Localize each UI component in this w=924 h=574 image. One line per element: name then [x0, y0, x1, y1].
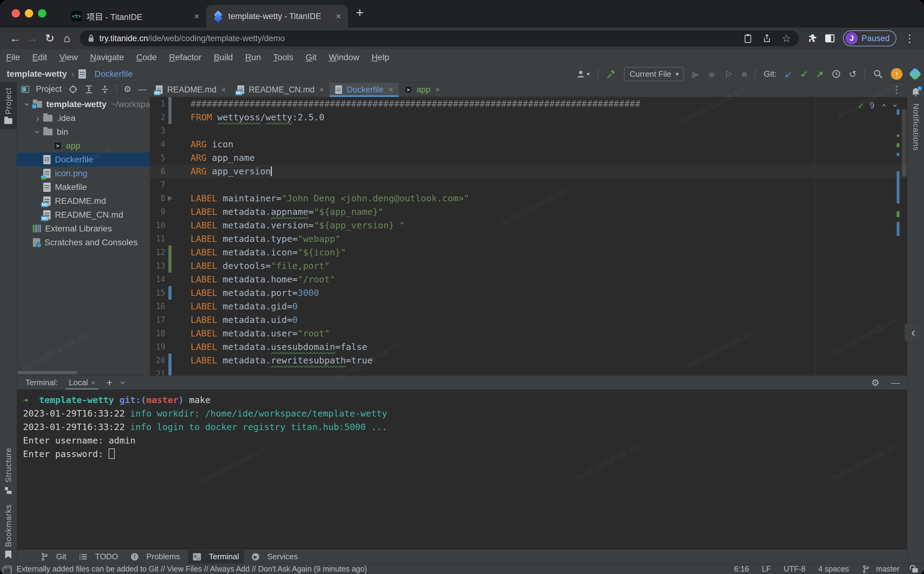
code-line-2[interactable]: 2FROM wettyoss/wetty:2.5.0: [150, 110, 907, 124]
side-panel-icon[interactable]: [825, 35, 834, 43]
terminal-output[interactable]: ➔ template-wetty git:(master) make2023-0…: [17, 390, 907, 549]
code-line-11[interactable]: 11LABEL metadata.type="webapp": [150, 232, 907, 246]
close-tab-icon[interactable]: ×: [222, 85, 226, 95]
menu-navigate[interactable]: Navigate: [90, 52, 124, 62]
stripe-mark[interactable]: [897, 211, 899, 217]
code-line-13[interactable]: 13LABEL devtools="file,port": [150, 259, 907, 273]
tool-window-button-services[interactable]: ▶Services: [247, 550, 303, 563]
code-line-20[interactable]: 20LABEL metadata.rewritesubpath=true: [150, 353, 907, 367]
tool-window-button-problems[interactable]: !Problems: [126, 550, 185, 563]
home-icon[interactable]: ⌂: [58, 32, 75, 45]
tree-item-readme-cn-md[interactable]: MDREADME_CN.md: [17, 208, 150, 222]
vertical-scrollbar[interactable]: [902, 109, 907, 177]
menu-code[interactable]: Code: [136, 52, 157, 62]
close-tab-icon[interactable]: ×: [435, 85, 440, 95]
stripe-mark[interactable]: [897, 171, 899, 203]
menu-view[interactable]: View: [59, 52, 78, 62]
titanide-gem-icon[interactable]: [909, 68, 922, 80]
tree-item-template-wetty[interactable]: ›template-wetty~/workspace: [17, 97, 150, 111]
forward-icon[interactable]: →: [24, 32, 41, 45]
tree-item-external-libraries[interactable]: External Libraries: [17, 222, 150, 235]
breadcrumb-project[interactable]: template-wetty: [7, 69, 67, 79]
tree-item-readme-md[interactable]: MDREADME.md: [17, 194, 150, 208]
tool-window-button-git[interactable]: Git: [36, 550, 71, 563]
inspections-widget[interactable]: ✓ 9 › ›: [858, 100, 898, 111]
stripe-mark[interactable]: [897, 143, 899, 147]
history-clock-icon[interactable]: [832, 69, 841, 79]
browser-tab-template-wetty[interactable]: template-wetty - TitanIDE ×: [206, 5, 348, 28]
status-message[interactable]: Externally added files can be added to G…: [17, 565, 367, 573]
status-line-ending[interactable]: LF: [762, 565, 771, 573]
fullscreen-window-button[interactable]: [38, 9, 46, 17]
tree-chevron-icon[interactable]: ›: [32, 113, 43, 123]
git-push-icon[interactable]: ↗: [816, 69, 824, 79]
editor-tab-app[interactable]: >app×: [399, 83, 445, 97]
menu-window[interactable]: Window: [329, 52, 360, 62]
menu-run[interactable]: Run: [245, 52, 261, 62]
debug-bug-icon[interactable]: [707, 69, 716, 79]
back-icon[interactable]: ←: [7, 32, 24, 45]
run-with-coverage-icon[interactable]: [724, 69, 734, 79]
editor-tab-readme-md[interactable]: MDREADME.md×: [150, 83, 232, 97]
tree-item-dockerfile[interactable]: Dockerfile: [17, 153, 150, 166]
code-line-3[interactable]: 3: [150, 124, 907, 137]
sidebar-item-structure[interactable]: Structure: [0, 443, 17, 500]
stripe-mark[interactable]: [897, 153, 899, 156]
profile-chip[interactable]: J Paused: [843, 30, 896, 46]
code-line-17[interactable]: 17LABEL metadata.uid=0: [150, 313, 907, 326]
unlocked-padlock-icon[interactable]: [912, 568, 918, 572]
run-button[interactable]: ▶: [692, 69, 699, 79]
horizontal-scrollbar[interactable]: [17, 371, 77, 374]
profile-switcher[interactable]: ▾: [576, 69, 589, 79]
collapse-right-strip-button[interactable]: ‹: [904, 322, 922, 342]
git-commit-icon[interactable]: ✓: [800, 69, 808, 79]
close-window-button[interactable]: [12, 9, 20, 17]
code-editor[interactable]: 1#######################################…: [150, 97, 907, 375]
code-line-18[interactable]: 18LABEL metadata.user="root": [150, 326, 907, 340]
editor-tab-dockerfile[interactable]: Dockerfile×: [330, 83, 399, 97]
close-tab-icon[interactable]: ×: [194, 11, 200, 22]
tool-window-button-terminal[interactable]: >_Terminal: [188, 550, 244, 563]
fold-marker-icon[interactable]: [168, 196, 173, 201]
expand-all-icon[interactable]: [84, 85, 94, 94]
collapse-all-icon[interactable]: [100, 85, 110, 94]
event-log-icon[interactable]: [4, 566, 12, 572]
browser-menu-icon[interactable]: ⋮: [902, 32, 917, 44]
stripe-mark[interactable]: [897, 134, 899, 137]
previous-problem-icon[interactable]: ›: [878, 102, 889, 108]
tab-options-icon[interactable]: ⋮: [892, 84, 907, 95]
close-tab-icon[interactable]: ×: [336, 11, 341, 22]
terminal-settings-gear-icon[interactable]: ⚙: [871, 377, 880, 388]
code-line-4[interactable]: 4ARG icon: [150, 137, 907, 151]
tree-item-idea[interactable]: ›.idea: [17, 111, 150, 125]
menu-help[interactable]: Help: [371, 52, 389, 62]
stop-button[interactable]: ■: [742, 69, 747, 79]
tool-window-button-todo[interactable]: TODO: [74, 550, 123, 563]
browser-tab-project[interactable]: <t> 项目 - TitanIDE ×: [64, 5, 206, 28]
bookmark-star-icon[interactable]: ☆: [782, 32, 791, 44]
tree-item-makefile[interactable]: Makefile: [17, 180, 150, 194]
code-line-7[interactable]: 7: [150, 178, 907, 192]
close-icon[interactable]: ×: [91, 378, 96, 387]
close-tab-icon[interactable]: ×: [389, 85, 393, 95]
code-line-15[interactable]: 15LABEL metadata.port=3000: [150, 286, 907, 300]
status-encoding[interactable]: UTF-8: [784, 565, 806, 573]
editor-tab-readme-cn-md[interactable]: MDREADME_CN.md×: [232, 83, 330, 97]
close-tab-icon[interactable]: ×: [319, 85, 324, 95]
menu-tools[interactable]: Tools: [273, 52, 293, 62]
reload-icon[interactable]: ↻: [41, 32, 58, 45]
status-caret-position[interactable]: 6:16: [734, 565, 749, 573]
clipboard-icon[interactable]: [743, 33, 752, 43]
sidebar-item-bookmarks[interactable]: Bookmarks: [0, 500, 17, 564]
share-icon[interactable]: [763, 33, 771, 43]
extensions-puzzle-icon[interactable]: [808, 33, 818, 44]
menu-git[interactable]: Git: [306, 52, 317, 62]
menu-build[interactable]: Build: [214, 52, 233, 62]
code-line-10[interactable]: 10LABEL metadata.version="${app_version}…: [150, 219, 907, 232]
notifications-strip-label[interactable]: Notifications: [911, 103, 921, 151]
tree-item-scratches-and-consoles[interactable]: Scratches and Consoles: [17, 235, 150, 249]
code-line-21[interactable]: 21: [150, 367, 907, 375]
code-line-9[interactable]: 9LABEL metadata.appname="${app_name}": [150, 205, 907, 219]
code-line-8[interactable]: 8LABEL maintainer="John Deng <john.deng@…: [150, 192, 907, 205]
code-line-5[interactable]: 5ARG app_name: [150, 151, 907, 164]
